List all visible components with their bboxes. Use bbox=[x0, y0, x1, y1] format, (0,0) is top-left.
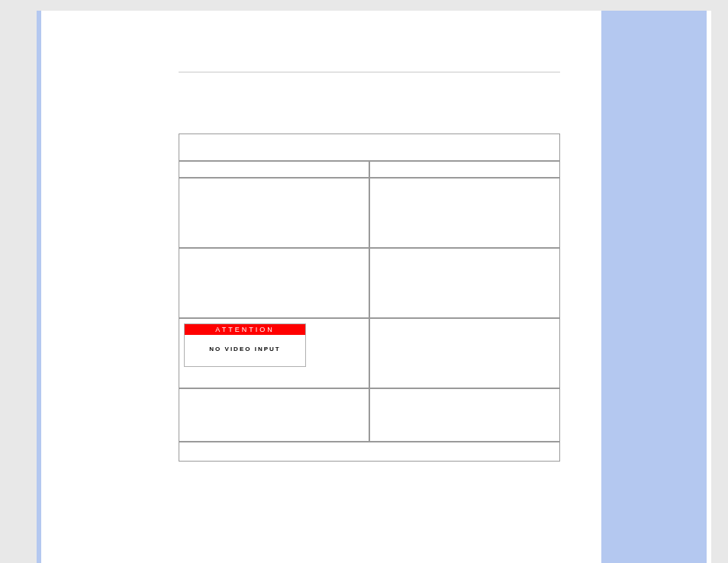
table-cell-left bbox=[179, 178, 369, 248]
page-content: ATTENTION NO VIDEO INPUT bbox=[179, 72, 560, 462]
table-cell-right bbox=[369, 178, 560, 248]
table-cell-left bbox=[179, 388, 369, 442]
osd-box: ATTENTION NO VIDEO INPUT bbox=[184, 323, 306, 367]
divider bbox=[179, 72, 560, 72]
table-footer-cell bbox=[179, 442, 560, 462]
table-cell-left bbox=[179, 248, 369, 318]
sidebar-right bbox=[601, 11, 711, 563]
table-cell-right bbox=[369, 248, 560, 318]
table-cell-right bbox=[369, 318, 560, 388]
osd-title: ATTENTION bbox=[185, 324, 305, 335]
osd-message: NO VIDEO INPUT bbox=[185, 335, 305, 366]
table-head-right bbox=[369, 161, 560, 178]
table-cell-right bbox=[369, 388, 560, 442]
table-head-left bbox=[179, 161, 369, 178]
table-title-cell bbox=[179, 134, 560, 161]
table-cell-left: ATTENTION NO VIDEO INPUT bbox=[179, 318, 369, 388]
troubleshooting-table: ATTENTION NO VIDEO INPUT bbox=[179, 134, 560, 462]
